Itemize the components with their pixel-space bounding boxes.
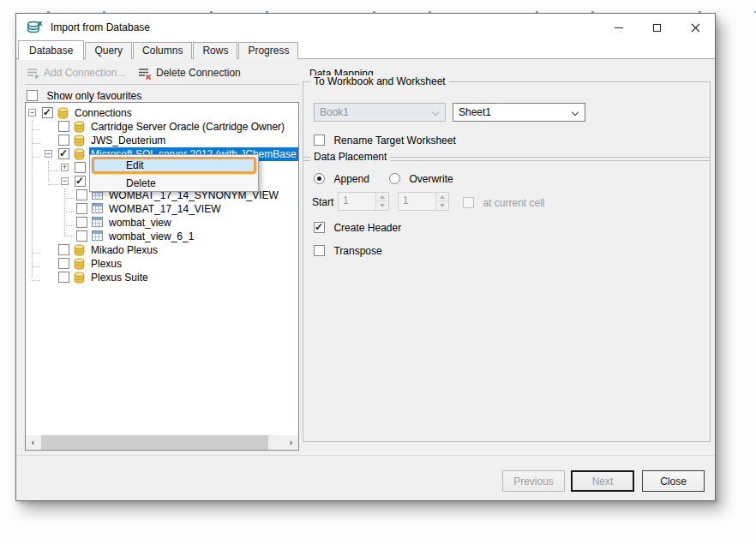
tab-database[interactable]: Database [18,40,84,60]
tree-item-label: wombat_view_6_1 [107,230,195,243]
previous-button[interactable]: Previous [502,470,565,492]
tree-checkbox[interactable] [75,162,86,173]
spin-up-icon[interactable] [376,193,388,201]
spin-up-icon[interactable] [436,193,448,201]
append-radio[interactable]: Append [314,170,369,186]
append-label: Append [333,173,369,185]
window-title: Import from Database [51,14,150,41]
tree-item-cartridge-server-oracle-cartridge-owner[interactable]: Cartridge Server Oracle (Cartridge Owner… [26,120,298,134]
tree-item-jws-deuterium[interactable]: JWS_Deuterium [26,134,298,147]
titlebar: x Import from Database [16,14,715,41]
tree-item-connections[interactable]: Connections [26,106,298,120]
app-icon: x [26,20,44,39]
tree-checkbox[interactable] [76,217,87,228]
database-icon [74,121,85,133]
create-header-label: Create Header [333,222,401,234]
tab-rows[interactable]: Rows [193,42,237,59]
context-menu-item-edit[interactable]: Edit [91,157,257,174]
overwrite-radio[interactable]: Overwrite [389,170,453,186]
delete-connection-button[interactable]: Delete Connection [138,64,241,81]
tree-item-wombat-17-14-view[interactable]: WOMBAT_17_14_VIEW [26,202,298,216]
database-icon [57,107,69,119]
expander-minus-icon[interactable] [45,150,52,158]
close-window-button[interactable] [676,14,715,41]
worksheet-select[interactable]: Sheet1 [453,103,585,122]
scroll-right-arrow-icon[interactable]: › [284,435,298,450]
close-button[interactable]: Close [642,470,705,492]
checkbox-check-icon [314,222,325,233]
database-icon [74,135,85,146]
tree-checkbox-checked[interactable] [75,176,86,187]
database-icon [74,244,85,256]
context-menu-item-delete[interactable]: Delete [91,175,257,192]
show-only-favourites-checkbox[interactable]: Show only favourites [27,87,141,103]
rename-target-worksheet-checkbox[interactable]: Rename Target Worksheet [314,132,456,147]
tree-checkbox[interactable] [76,230,87,242]
tree-item-plexus-suite[interactable]: Plexus Suite [26,271,298,284]
workbook-select[interactable]: Book1 [314,103,446,122]
horizontal-scrollbar[interactable]: ‹ › [26,435,298,450]
list-plus-icon [27,67,39,80]
tree-item-label: Plexus Suite [89,271,150,284]
scrollbar-thumb[interactable] [41,435,268,450]
spin-down-icon[interactable] [436,201,448,210]
minimize-icon [615,27,623,28]
spin-down-icon[interactable] [376,201,388,210]
checkbox-box [27,90,38,101]
tab-columns[interactable]: Columns [133,42,192,59]
spinner-buttons [375,193,388,210]
expander-minus-icon[interactable] [28,109,36,117]
next-button[interactable]: Next [571,470,634,492]
start-col-value: 1 [403,194,409,206]
checkbox-box [463,197,474,208]
tree-item-label: Plexus [89,257,123,271]
transpose-label: Transpose [333,245,381,257]
database-icon [74,272,85,284]
start-label: Start [312,196,333,208]
tree-checkbox-checked[interactable] [42,107,53,118]
tree-item-label: Cartridge Server Oracle (Cartridge Owner… [89,120,286,134]
tree-checkbox-checked[interactable] [58,148,69,159]
rename-target-worksheet-label: Rename Target Worksheet [333,135,455,146]
tree-checkbox[interactable] [58,244,69,255]
close-icon [691,23,700,33]
tree-item-label: Mikado Plexus [89,243,159,257]
tree-checkbox[interactable] [58,272,69,283]
tree-checkbox[interactable] [58,121,69,132]
tab-progress[interactable]: Progress [238,42,298,59]
maximize-button[interactable] [638,14,676,41]
create-header-checkbox[interactable]: Create Header [314,219,401,235]
start-col-spinner[interactable]: 1 [398,192,449,211]
expander-minus-icon[interactable] [61,177,69,185]
screenshot-stage: x Import from Database DatabaseQueryColu… [0,0,756,544]
minimize-button[interactable] [599,14,638,41]
at-current-cell-checkbox[interactable]: at current cell [463,194,544,210]
tab-query[interactable]: Query [85,42,132,59]
checkbox-box [314,135,325,146]
scroll-left-arrow-icon[interactable]: ‹ [26,435,40,450]
data-placement-group: Data Placement Append Overwrite Start 1 … [303,157,711,442]
delete-connection-label: Delete Connection [156,67,241,79]
tree-checkbox[interactable] [58,135,69,146]
worksheet-value: Sheet1 [459,104,491,121]
add-connection-button[interactable]: Add Connection... [27,64,125,81]
database-icon [74,148,85,160]
tree-item-wombat-view-6-1[interactable]: wombat_view_6_1 [26,230,298,243]
tab-page-bottom-line [16,455,715,456]
start-row-spinner[interactable]: 1 [338,192,389,211]
spinner-buttons [435,193,448,210]
expander-plus-icon[interactable] [61,164,69,171]
radio-circle-icon [389,173,400,184]
transpose-checkbox[interactable]: Transpose [314,242,382,258]
toolbar-separator [25,84,299,85]
tree-item-label: JWS_Deuterium [89,134,167,147]
import-from-database-dialog: x Import from Database DatabaseQueryColu… [15,13,716,501]
tree-checkbox[interactable] [58,258,69,269]
table-icon [92,217,103,227]
tree-checkbox[interactable] [76,203,87,214]
workbook-group-legend: To Workbook and Worksheet [310,75,449,87]
tree-item-plexus[interactable]: Plexus [26,257,298,271]
tree-item-wombat-view[interactable]: wombat_view [26,216,298,230]
tree-item-mikado-plexus[interactable]: Mikado Plexus [26,243,298,257]
tree-checkbox[interactable] [76,189,87,200]
